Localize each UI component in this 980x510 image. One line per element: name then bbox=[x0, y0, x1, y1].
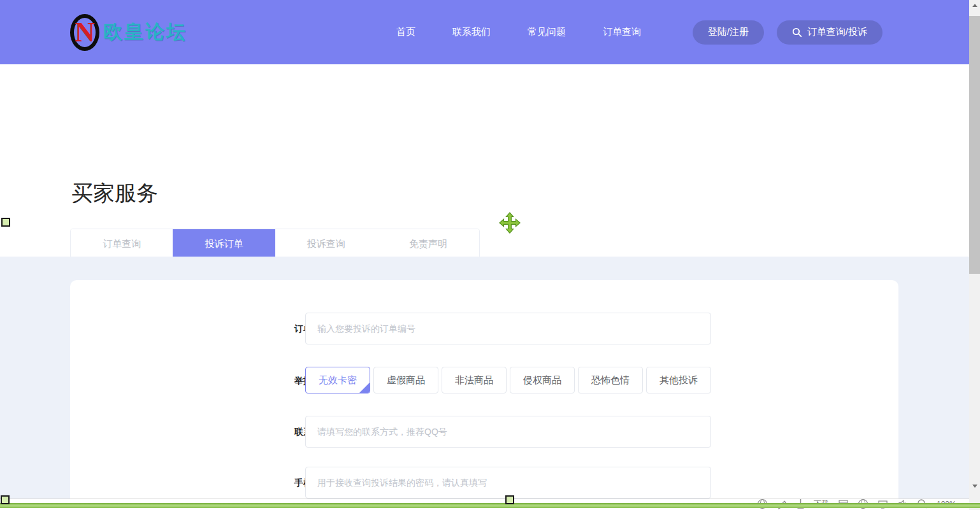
logo-monogram-letter: N bbox=[75, 18, 95, 46]
scrollbar-thumb[interactable] bbox=[969, 16, 980, 274]
order-query-complaint-label: 订单查询/投诉 bbox=[807, 26, 867, 38]
main-nav: 首页 联系我们 常见问题 订单查询 bbox=[396, 0, 641, 64]
tab-order-query[interactable]: 订单查询 bbox=[71, 229, 173, 259]
move-cursor-icon[interactable] bbox=[499, 212, 521, 234]
complaint-form-card: 订单编号 举报原因 无效卡密 虚假商品 非法商品 侵权商品 恐怖色情 其他投诉 … bbox=[70, 280, 898, 510]
vertical-scrollbar[interactable] bbox=[969, 0, 980, 510]
logo-text: 欧皇论坛 bbox=[103, 19, 187, 45]
header-bar: N 欧皇论坛 首页 联系我们 常见问题 订单查询 登陆/注册 订单查询/投诉 bbox=[0, 0, 969, 64]
scroll-down-button[interactable] bbox=[969, 481, 980, 492]
nav-item-home[interactable]: 首页 bbox=[396, 26, 415, 38]
tab-complaint-order[interactable]: 投诉订单 bbox=[173, 229, 275, 259]
report-reason-options: 无效卡密 虚假商品 非法商品 侵权商品 恐怖色情 其他投诉 bbox=[305, 367, 711, 393]
reason-option-terror-porn[interactable]: 恐怖色情 bbox=[578, 367, 643, 393]
page-title: 买家服务 bbox=[71, 179, 158, 208]
selection-handle-bottom-left[interactable] bbox=[1, 495, 10, 504]
reason-option-infringing-goods[interactable]: 侵权商品 bbox=[510, 367, 575, 393]
hero-section: 买家服务 订单查询 投诉订单 投诉查询 免责声明 bbox=[0, 64, 969, 257]
phone-input[interactable] bbox=[305, 467, 711, 499]
selection-bottom-edge bbox=[0, 503, 980, 508]
search-icon bbox=[792, 27, 802, 38]
reason-option-illegal-goods[interactable]: 非法商品 bbox=[442, 367, 507, 393]
order-number-input[interactable] bbox=[305, 313, 711, 344]
login-register-button[interactable]: 登陆/注册 bbox=[693, 20, 764, 45]
order-query-complaint-button[interactable]: 订单查询/投诉 bbox=[777, 20, 883, 45]
contact-input[interactable] bbox=[305, 416, 711, 448]
reason-option-other[interactable]: 其他投诉 bbox=[646, 367, 711, 393]
tab-disclaimer[interactable]: 免责声明 bbox=[377, 229, 479, 259]
nav-item-faq[interactable]: 常见问题 bbox=[528, 26, 566, 38]
service-tabs: 订单查询 投诉订单 投诉查询 免责声明 bbox=[70, 229, 480, 259]
scroll-up-button[interactable] bbox=[969, 0, 980, 11]
site-logo[interactable]: N 欧皇论坛 bbox=[70, 14, 187, 51]
selection-handle-bottom-center[interactable] bbox=[505, 495, 514, 504]
selection-handle-left[interactable] bbox=[1, 218, 10, 227]
header-buttons: 登陆/注册 订单查询/投诉 bbox=[693, 0, 883, 64]
nav-item-order-query[interactable]: 订单查询 bbox=[603, 26, 641, 38]
nav-item-contact[interactable]: 联系我们 bbox=[452, 26, 491, 38]
tab-complaint-query[interactable]: 投诉查询 bbox=[275, 229, 377, 259]
content-section: 订单编号 举报原因 无效卡密 虚假商品 非法商品 侵权商品 恐怖色情 其他投诉 … bbox=[0, 257, 969, 499]
logo-monogram-icon: N bbox=[70, 14, 99, 51]
reason-option-invalid-card[interactable]: 无效卡密 bbox=[305, 367, 370, 393]
reason-option-fake-goods[interactable]: 虚假商品 bbox=[373, 367, 438, 393]
